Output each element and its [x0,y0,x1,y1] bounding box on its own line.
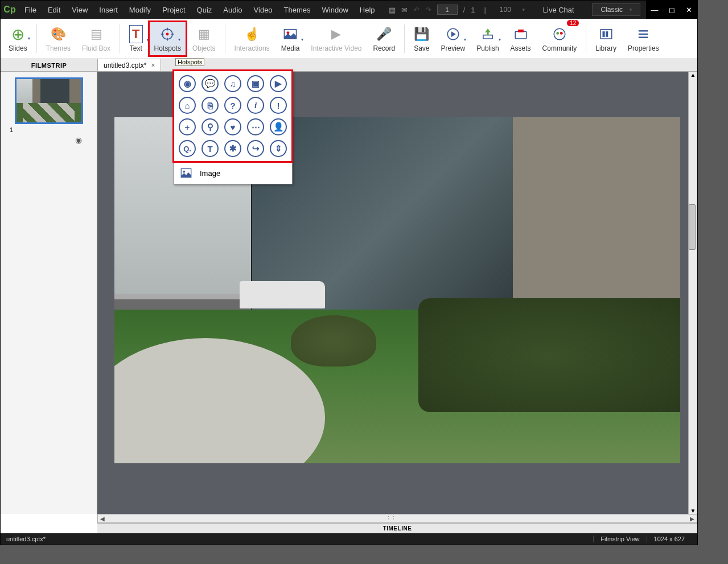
svg-rect-9 [483,35,492,39]
assets-icon [513,25,528,43]
svg-rect-16 [602,31,604,37]
svg-point-12 [554,28,565,40]
hotspot-updown-icon[interactable]: ⇕ [270,140,287,157]
slide-thumbnail-1[interactable] [15,77,83,124]
page-divider: | [484,6,486,14]
menu-audio[interactable]: Audio [217,1,248,19]
tool-save[interactable]: 💾 Save [408,21,435,56]
hotspot-search-icon[interactable]: Q. [179,140,196,157]
redo-icon[interactable]: ↷ [425,6,431,14]
filmstrip-panel-label: FILMSTRIP [1,59,97,71]
vertical-scrollbar[interactable]: ▲ ▼ [688,72,697,514]
hotspot-question-icon[interactable]: ? [224,97,241,114]
menu-edit[interactable]: Edit [42,1,66,19]
hotspot-more-icon[interactable]: ⋯ [247,118,264,135]
file-tab-label: untitled3.cptx* [104,61,146,69]
menu-video[interactable]: Video [248,1,278,19]
library-icon [599,25,614,43]
mail-icon[interactable]: ✉ [401,6,408,14]
layout-icon: ▤ [91,25,102,43]
hotspot-exit-icon[interactable]: ⎘ [201,97,219,114]
objects-icon: ▦ [198,25,210,43]
tool-preview[interactable]: ▾ Preview [435,21,471,56]
tool-interactions[interactable]: ☝ Interactions [229,21,275,56]
hotspot-target-icon[interactable]: ◉ [179,75,196,92]
hotspot-image-option[interactable]: Image [174,162,292,184]
hotspot-image-icon[interactable]: ▣ [247,75,264,92]
status-bar: untitled3.cptx* Filmstrip View 1024 x 62… [1,533,697,545]
horizontal-scrollbar[interactable]: ◀ ⋮⋮ ▶ [97,514,697,523]
hotspot-music-icon[interactable]: ♫ [224,75,241,92]
tool-objects[interactable]: ▦ Objects [187,21,221,56]
hotspots-dropdown-panel: ◉ 💬 ♫ ▣ ▶ ⌂ ⎘ ? i ! + ⚲ ♥ ⋯ 👤 Q. T ✱ ↪ ⇕… [173,70,293,184]
tool-hotspots[interactable]: ▾ Hotspots [149,21,187,56]
menu-view[interactable]: View [66,1,93,19]
svg-rect-10 [515,31,527,39]
tool-text[interactable]: T▾ Text [124,21,148,56]
hotspot-plus-icon[interactable]: + [179,118,196,135]
menu-themes[interactable]: Themes [278,1,316,19]
vr-indicator-icon: ◉ [75,135,82,145]
menu-modify[interactable]: Modify [124,1,157,19]
tool-library[interactable]: Library [590,21,622,56]
tool-assets[interactable]: Assets [505,21,537,56]
tool-record[interactable]: 🎤 Record [367,21,401,56]
tool-community[interactable]: Community 12 [537,21,583,56]
hotspot-asterisk-icon[interactable]: ✱ [224,140,241,157]
tool-fluid-box[interactable]: ▤ Fluid Box [76,21,116,56]
hotspot-text-icon[interactable]: T [201,140,219,157]
video-icon: ▶ [331,25,341,43]
hotspot-play-icon[interactable]: ▶ [270,75,287,92]
slide-number-label: 1 [10,126,91,133]
tool-slides[interactable]: ⊕▾ Slides [3,21,33,56]
zoom-dropdown-icon[interactable]: ▼ [521,7,526,13]
hotspot-location-icon[interactable]: ⚲ [201,118,219,135]
scroll-down-icon[interactable]: ▼ [689,508,697,514]
svg-point-1 [166,33,169,36]
hotspot-home-icon[interactable]: ⌂ [179,97,196,114]
close-tab-icon[interactable]: × [151,61,155,69]
menu-window[interactable]: Window [316,1,354,19]
menu-bar: Cp File Edit View Insert Modify Project … [1,1,697,19]
svg-point-14 [560,32,563,35]
hotspot-alert-icon[interactable]: ! [270,97,287,114]
scroll-up-icon[interactable]: ▲ [689,72,697,78]
hotspot-info-icon[interactable]: i [247,97,264,114]
file-tab[interactable]: untitled3.cptx* × [97,59,161,71]
window-maximize-button[interactable]: ◻ [663,1,680,19]
publish-icon: ▾ [480,25,495,43]
menu-insert[interactable]: Insert [93,1,124,19]
window-minimize-button[interactable]: — [646,1,663,19]
hotspots-tooltip: Hotspots [175,58,204,66]
hotspot-forward-icon[interactable]: ↪ [247,140,264,157]
zoom-value: 100 [500,6,511,14]
tool-media[interactable]: ▾ Media [275,21,306,56]
image-icon [180,168,192,178]
sync-icon[interactable]: ▦ [389,6,396,14]
window-close-button[interactable]: ✕ [680,1,697,19]
hotspot-speech-icon[interactable]: 💬 [201,75,219,92]
page-separator: / [463,6,466,14]
menu-project[interactable]: Project [157,1,191,19]
hotspot-person-icon[interactable]: 👤 [270,118,287,135]
hotspot-image-label: Image [200,169,220,178]
scroll-right-icon[interactable]: ▶ [688,516,697,522]
timeline-panel-header[interactable]: TIMELINE [97,523,697,533]
community-icon [552,25,567,43]
workspace-selector[interactable]: Classic ▼ [592,3,640,16]
tool-properties[interactable]: Properties [622,21,665,56]
page-current-input[interactable] [437,5,458,15]
hotspot-bulb-icon[interactable]: ♥ [224,118,241,135]
scroll-left-icon[interactable]: ◀ [98,516,107,522]
menu-file[interactable]: File [19,1,42,19]
properties-icon [636,25,651,43]
status-filename: untitled3.cptx* [6,536,46,542]
undo-icon[interactable]: ↶ [413,6,419,14]
tool-themes[interactable]: 🎨 Themes [40,21,76,56]
tool-interactive-video[interactable]: ▶ Interactive Video [305,21,367,56]
live-chat-link[interactable]: Live Chat [543,6,574,14]
menu-quiz[interactable]: Quiz [191,1,218,19]
menu-help[interactable]: Help [354,1,381,19]
tab-row: FILMSTRIP untitled3.cptx* × [1,59,697,72]
tool-publish[interactable]: ▾ Publish [471,21,504,56]
